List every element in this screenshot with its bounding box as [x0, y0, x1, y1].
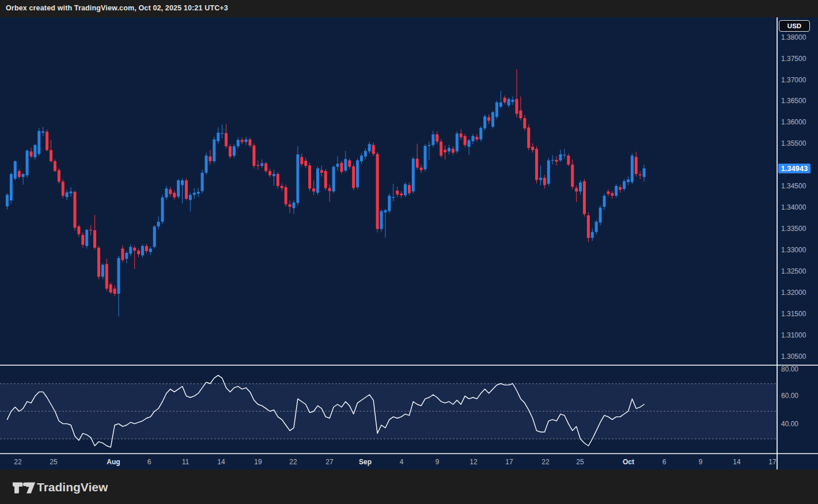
candle-wick [274, 170, 274, 185]
candle-body [264, 164, 267, 171]
candle-body [233, 146, 236, 156]
last-price-badge: 1.34943 [778, 164, 811, 173]
time-tick-label: 17 [505, 458, 513, 466]
candle-body [293, 203, 296, 209]
candle-body [304, 161, 307, 166]
price-tick-label: 1.37500 [781, 55, 806, 63]
tradingview-chart-window: Orbex created with TradingView.com, Oct … [0, 0, 818, 504]
candle-body [22, 174, 25, 177]
candle-body [515, 99, 518, 114]
candle-body [328, 188, 331, 191]
candle-body [427, 145, 430, 146]
candle-body [583, 181, 586, 214]
candle-body [575, 188, 578, 191]
rsi-tick-label: 80.00 [781, 365, 798, 373]
candle-body [388, 196, 391, 211]
candle-body [396, 191, 399, 195]
price-tick-label: 1.36000 [781, 118, 806, 126]
candle-body [256, 165, 259, 166]
candle-wick [393, 184, 393, 201]
candle-body [58, 170, 60, 181]
candle-body [559, 154, 562, 160]
candle-body [272, 174, 275, 176]
candle-body [252, 145, 255, 166]
candle-body [376, 154, 379, 229]
candle-body [193, 193, 196, 195]
candle-body [479, 128, 482, 139]
candle-body [404, 184, 407, 195]
candle-body [571, 165, 574, 187]
candle-body [639, 175, 642, 175]
candle-body [26, 150, 29, 175]
time-tick-label: 25 [576, 458, 584, 466]
candle-body [332, 166, 335, 191]
tradingview-logo-icon[interactable] [13, 481, 36, 495]
candle-body [14, 161, 17, 179]
candle-body [344, 159, 347, 170]
candle-body [177, 180, 180, 196]
candle-body [117, 258, 120, 294]
candle-body [221, 133, 224, 134]
time-tick-label: 9 [435, 458, 440, 466]
candle-body [197, 192, 200, 194]
candle-body [101, 265, 104, 277]
candle-body [54, 161, 56, 171]
candle-body [384, 210, 387, 213]
chart-canvas[interactable]: 1.380001.375001.370001.365001.360001.355… [0, 0, 818, 504]
candle-body [260, 164, 263, 166]
time-tick-label: 9 [699, 458, 703, 466]
candle-body [62, 181, 65, 195]
candle-body [607, 191, 609, 194]
candle-body [643, 168, 646, 177]
price-tick-label: 1.37000 [781, 76, 806, 84]
time-tick-label: 11 [182, 458, 190, 466]
candle-wick [330, 185, 330, 202]
candle-body [448, 148, 450, 151]
candle-body [18, 171, 21, 177]
candle-body [615, 186, 618, 196]
candle-body [460, 134, 463, 138]
candle-body [364, 151, 367, 157]
time-tick-label: 22 [289, 458, 297, 466]
candle-body [320, 170, 323, 172]
time-tick-label-month: Aug [107, 458, 120, 466]
candle-body [141, 246, 144, 255]
candle-body [213, 139, 215, 161]
candle-body [225, 133, 228, 146]
time-tick-label: 19 [254, 458, 262, 466]
price-tick-label: 1.36500 [781, 97, 806, 105]
candle-body [300, 157, 303, 164]
price-tick-label: 1.34500 [781, 182, 806, 190]
candle-body [491, 112, 494, 127]
price-tick-label: 1.32500 [781, 267, 806, 275]
tradingview-wordmark[interactable]: TradingView [37, 480, 108, 494]
candle-body [109, 285, 112, 293]
candle-body [431, 134, 434, 145]
candle-body [10, 174, 13, 200]
candle-wick [313, 180, 314, 195]
candle-body [129, 247, 132, 254]
candle-body [360, 156, 363, 161]
candle-body [424, 146, 427, 169]
candle-wick [222, 124, 222, 138]
candle-body [316, 168, 319, 192]
time-tick-label: 4 [400, 458, 404, 466]
candle-body [579, 183, 582, 192]
candle-body [464, 136, 467, 145]
price-tick-label: 1.31500 [781, 310, 806, 318]
candle-body [41, 131, 44, 132]
candle-body [468, 141, 471, 147]
candle-body [599, 208, 602, 223]
candle-body [595, 222, 598, 232]
candle-body [85, 230, 88, 246]
candle-body [289, 204, 291, 207]
candle-body [145, 246, 148, 251]
time-tick-label-month: Sep [359, 458, 372, 466]
candle-body [499, 103, 502, 107]
candle-body [591, 232, 594, 238]
time-tick-label: 12 [469, 458, 478, 466]
candle-body [547, 160, 550, 184]
time-tick-label: 25 [50, 458, 58, 466]
candle-body [539, 178, 542, 180]
currency-chip[interactable]: USD [779, 20, 810, 32]
